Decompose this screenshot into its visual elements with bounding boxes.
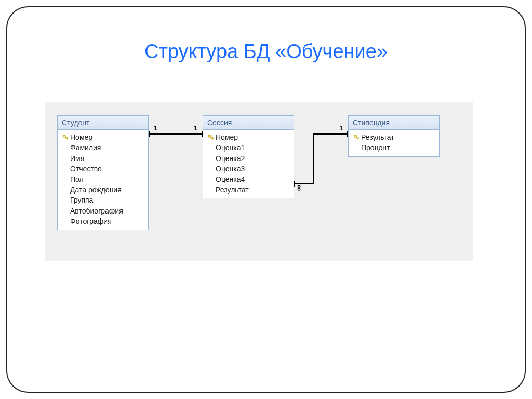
field-row: Результат	[351, 132, 437, 142]
field-label: Результат	[361, 132, 394, 142]
field-label: Номер	[216, 132, 238, 142]
key-icon	[61, 134, 70, 140]
connector-2b	[313, 133, 314, 184]
field-row: Автобиография	[60, 206, 146, 216]
field-row: Отчество	[60, 164, 146, 174]
field-row: Оценка1	[205, 142, 291, 153]
field-label: Имя	[70, 154, 84, 163]
field-row: Имя	[60, 153, 146, 164]
field-label: Пол	[70, 175, 84, 184]
field-label: Дата рождения	[70, 185, 122, 194]
field-label: Отчество	[70, 164, 102, 174]
field-label: Фамилия	[70, 143, 101, 152]
connector-1-cap-r	[202, 131, 203, 137]
field-label: Группа	[70, 195, 93, 205]
rel-1-left: 1	[154, 124, 157, 132]
rel-2-left: ∞	[295, 185, 304, 190]
field-row: Оценка3	[205, 164, 291, 174]
field-label: Оценка3	[216, 164, 245, 174]
field-row: Оценка4	[205, 174, 291, 184]
key-icon	[206, 134, 216, 140]
field-row: Оценка2	[205, 153, 291, 164]
entity-session-fields: НомерОценка1Оценка2Оценка3Оценка4Результ…	[203, 130, 294, 198]
connector-2a	[294, 183, 314, 184]
entity-stipend: Стипендия РезультатПроцент	[348, 115, 440, 157]
connector-2c-cap	[347, 131, 348, 137]
entity-stipend-fields: РезультатПроцент	[349, 130, 439, 156]
field-label: Фотография	[70, 217, 112, 226]
entity-student-header: Студент	[58, 116, 148, 130]
field-row: Дата рождения	[60, 184, 146, 195]
er-diagram: Студент НомерФамилияИмяОтчествоПолДата р…	[45, 102, 473, 261]
field-row: Группа	[60, 195, 146, 205]
field-label: Автобиография	[70, 206, 123, 216]
field-row: Номер	[60, 132, 146, 142]
field-label: Оценка1	[216, 143, 245, 152]
entity-stipend-header: Стипендия	[349, 116, 439, 130]
page-title: Структура БД «Обучение»	[0, 41, 532, 63]
connector-1-cap-l	[149, 131, 150, 137]
field-label: Оценка4	[216, 175, 245, 184]
entity-student-fields: НомерФамилияИмяОтчествоПолДата рожденияГ…	[58, 130, 148, 230]
connector-2c	[313, 133, 348, 135]
field-row: Фотография	[60, 216, 146, 227]
key-icon	[352, 134, 361, 140]
field-row: Процент	[351, 142, 437, 153]
field-label: Номер	[70, 132, 92, 142]
field-row: Фамилия	[60, 142, 146, 153]
entity-student: Студент НомерФамилияИмяОтчествоПолДата р…	[57, 115, 149, 230]
field-label: Оценка2	[216, 154, 245, 163]
field-row: Пол	[60, 174, 146, 184]
rel-2-right: 1	[339, 124, 343, 132]
entity-session-header: Сессия	[203, 116, 294, 130]
connector-1	[149, 133, 203, 135]
field-row: Номер	[205, 132, 291, 142]
field-label: Процент	[361, 143, 390, 152]
field-row: Результат	[205, 184, 291, 195]
rel-1-right: 1	[194, 124, 197, 132]
field-label: Результат	[216, 185, 249, 194]
entity-session: Сессия НомерОценка1Оценка2Оценка3Оценка4…	[203, 115, 294, 198]
